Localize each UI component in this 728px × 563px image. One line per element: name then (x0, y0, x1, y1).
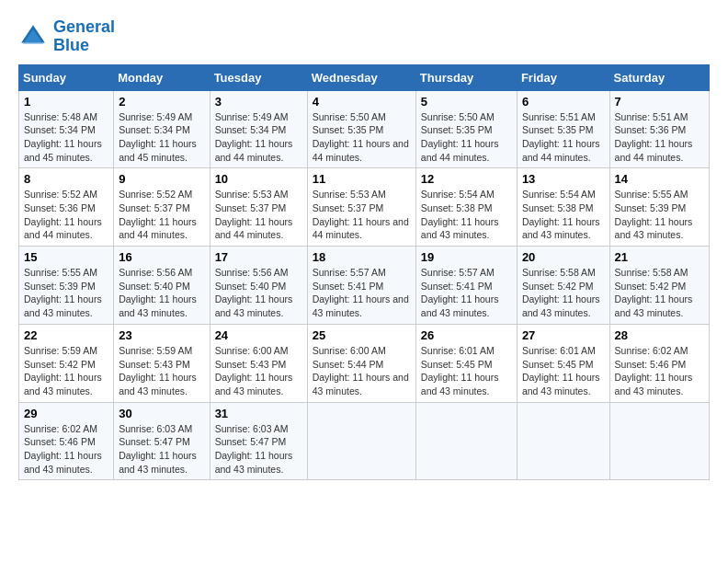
day-detail: Sunrise: 5:58 AMSunset: 5:42 PMDaylight:… (615, 266, 704, 320)
day-number: 12 (421, 172, 512, 186)
day-detail: Sunrise: 5:56 AMSunset: 5:40 PMDaylight:… (119, 266, 204, 320)
day-cell-2: 2Sunrise: 5:49 AMSunset: 5:34 PMDaylight… (114, 90, 210, 168)
day-number: 9 (119, 172, 204, 186)
day-number: 1 (24, 95, 108, 109)
day-detail: Sunrise: 6:03 AMSunset: 5:47 PMDaylight:… (215, 422, 302, 477)
empty-cell (609, 402, 709, 480)
day-cell-31: 31Sunrise: 6:03 AMSunset: 5:47 PMDayligh… (210, 402, 307, 480)
day-number: 15 (24, 250, 108, 264)
week-row-5: 29Sunrise: 6:02 AMSunset: 5:46 PMDayligh… (19, 402, 710, 480)
day-detail: Sunrise: 6:00 AMSunset: 5:44 PMDaylight:… (313, 344, 411, 398)
day-number: 4 (313, 95, 411, 109)
day-cell-13: 13Sunrise: 5:54 AMSunset: 5:38 PMDayligh… (517, 168, 609, 247)
day-cell-5: 5Sunrise: 5:50 AMSunset: 5:35 PMDaylight… (415, 90, 517, 168)
day-number: 30 (119, 407, 204, 420)
day-number: 16 (119, 250, 204, 264)
day-number: 7 (615, 95, 704, 109)
logo-icon (18, 22, 48, 52)
day-detail: Sunrise: 5:55 AMSunset: 5:39 PMDaylight:… (24, 266, 108, 320)
day-detail: Sunrise: 6:01 AMSunset: 5:45 PMDaylight:… (421, 344, 512, 398)
day-cell-28: 28Sunrise: 6:02 AMSunset: 5:46 PMDayligh… (609, 324, 709, 402)
day-detail: Sunrise: 5:49 AMSunset: 5:34 PMDaylight:… (215, 110, 302, 165)
week-row-1: 1Sunrise: 5:48 AMSunset: 5:34 PMDaylight… (19, 90, 710, 168)
day-cell-15: 15Sunrise: 5:55 AMSunset: 5:39 PMDayligh… (19, 247, 114, 325)
day-detail: Sunrise: 5:50 AMSunset: 5:35 PMDaylight:… (313, 110, 411, 165)
day-cell-30: 30Sunrise: 6:03 AMSunset: 5:47 PMDayligh… (114, 402, 210, 480)
day-detail: Sunrise: 5:56 AMSunset: 5:40 PMDaylight:… (215, 266, 302, 320)
day-detail: Sunrise: 5:59 AMSunset: 5:42 PMDaylight:… (24, 344, 108, 398)
day-detail: Sunrise: 6:02 AMSunset: 5:46 PMDaylight:… (24, 422, 108, 477)
week-row-4: 22Sunrise: 5:59 AMSunset: 5:42 PMDayligh… (19, 324, 710, 402)
col-header-thursday: Thursday (415, 64, 517, 90)
day-number: 27 (522, 328, 605, 342)
day-cell-14: 14Sunrise: 5:55 AMSunset: 5:39 PMDayligh… (609, 168, 709, 247)
day-number: 8 (24, 172, 108, 186)
col-header-wednesday: Wednesday (307, 64, 415, 90)
day-cell-6: 6Sunrise: 5:51 AMSunset: 5:35 PMDaylight… (517, 90, 609, 168)
col-header-friday: Friday (517, 64, 609, 90)
day-cell-8: 8Sunrise: 5:52 AMSunset: 5:36 PMDaylight… (19, 168, 114, 247)
week-row-2: 8Sunrise: 5:52 AMSunset: 5:36 PMDaylight… (19, 168, 710, 247)
day-detail: Sunrise: 5:48 AMSunset: 5:34 PMDaylight:… (24, 110, 108, 165)
day-detail: Sunrise: 5:59 AMSunset: 5:43 PMDaylight:… (119, 344, 204, 398)
day-number: 19 (421, 250, 512, 264)
day-detail: Sunrise: 5:54 AMSunset: 5:38 PMDaylight:… (421, 188, 512, 242)
day-detail: Sunrise: 5:51 AMSunset: 5:35 PMDaylight:… (522, 110, 605, 165)
day-number: 14 (615, 172, 704, 186)
logo: General Blue (18, 18, 115, 55)
day-cell-27: 27Sunrise: 6:01 AMSunset: 5:45 PMDayligh… (517, 324, 609, 402)
day-number: 11 (313, 172, 411, 186)
day-number: 24 (215, 328, 302, 342)
day-cell-26: 26Sunrise: 6:01 AMSunset: 5:45 PMDayligh… (415, 324, 517, 402)
day-number: 31 (215, 407, 302, 420)
day-number: 13 (522, 172, 605, 186)
day-cell-23: 23Sunrise: 5:59 AMSunset: 5:43 PMDayligh… (114, 324, 210, 402)
col-header-saturday: Saturday (609, 64, 709, 90)
day-number: 29 (24, 407, 108, 420)
day-cell-18: 18Sunrise: 5:57 AMSunset: 5:41 PMDayligh… (307, 247, 415, 325)
day-cell-16: 16Sunrise: 5:56 AMSunset: 5:40 PMDayligh… (114, 247, 210, 325)
day-number: 2 (119, 95, 204, 109)
day-detail: Sunrise: 6:02 AMSunset: 5:46 PMDaylight:… (615, 344, 704, 398)
day-cell-29: 29Sunrise: 6:02 AMSunset: 5:46 PMDayligh… (19, 402, 114, 480)
day-detail: Sunrise: 5:52 AMSunset: 5:36 PMDaylight:… (24, 188, 108, 242)
day-number: 3 (215, 95, 302, 109)
day-detail: Sunrise: 5:51 AMSunset: 5:36 PMDaylight:… (615, 110, 704, 165)
header: General Blue (18, 18, 710, 55)
day-detail: Sunrise: 5:50 AMSunset: 5:35 PMDaylight:… (421, 110, 512, 165)
day-detail: Sunrise: 6:01 AMSunset: 5:45 PMDaylight:… (522, 344, 605, 398)
day-number: 26 (421, 328, 512, 342)
empty-cell (415, 402, 517, 480)
day-number: 25 (313, 328, 411, 342)
day-number: 6 (522, 95, 605, 109)
week-row-3: 15Sunrise: 5:55 AMSunset: 5:39 PMDayligh… (19, 247, 710, 325)
day-cell-21: 21Sunrise: 5:58 AMSunset: 5:42 PMDayligh… (609, 247, 709, 325)
day-number: 17 (215, 250, 302, 264)
header-row: SundayMondayTuesdayWednesdayThursdayFrid… (19, 64, 710, 90)
day-detail: Sunrise: 5:54 AMSunset: 5:38 PMDaylight:… (522, 188, 605, 242)
day-cell-20: 20Sunrise: 5:58 AMSunset: 5:42 PMDayligh… (517, 247, 609, 325)
day-cell-17: 17Sunrise: 5:56 AMSunset: 5:40 PMDayligh… (210, 247, 307, 325)
day-detail: Sunrise: 5:57 AMSunset: 5:41 PMDaylight:… (313, 266, 411, 320)
day-cell-4: 4Sunrise: 5:50 AMSunset: 5:35 PMDaylight… (307, 90, 415, 168)
day-number: 18 (313, 250, 411, 264)
day-detail: Sunrise: 5:55 AMSunset: 5:39 PMDaylight:… (615, 188, 704, 242)
day-cell-25: 25Sunrise: 6:00 AMSunset: 5:44 PMDayligh… (307, 324, 415, 402)
day-cell-10: 10Sunrise: 5:53 AMSunset: 5:37 PMDayligh… (210, 168, 307, 247)
day-number: 10 (215, 172, 302, 186)
day-cell-9: 9Sunrise: 5:52 AMSunset: 5:37 PMDaylight… (114, 168, 210, 247)
day-cell-19: 19Sunrise: 5:57 AMSunset: 5:41 PMDayligh… (415, 247, 517, 325)
col-header-sunday: Sunday (19, 64, 114, 90)
day-cell-11: 11Sunrise: 5:53 AMSunset: 5:37 PMDayligh… (307, 168, 415, 247)
day-cell-22: 22Sunrise: 5:59 AMSunset: 5:42 PMDayligh… (19, 324, 114, 402)
day-number: 23 (119, 328, 204, 342)
day-cell-12: 12Sunrise: 5:54 AMSunset: 5:38 PMDayligh… (415, 168, 517, 247)
empty-cell (307, 402, 415, 480)
col-header-monday: Monday (114, 64, 210, 90)
day-cell-1: 1Sunrise: 5:48 AMSunset: 5:34 PMDaylight… (19, 90, 114, 168)
day-number: 20 (522, 250, 605, 264)
logo-text: General Blue (53, 18, 115, 55)
day-detail: Sunrise: 6:00 AMSunset: 5:43 PMDaylight:… (215, 344, 302, 398)
day-cell-3: 3Sunrise: 5:49 AMSunset: 5:34 PMDaylight… (210, 90, 307, 168)
day-number: 5 (421, 95, 512, 109)
